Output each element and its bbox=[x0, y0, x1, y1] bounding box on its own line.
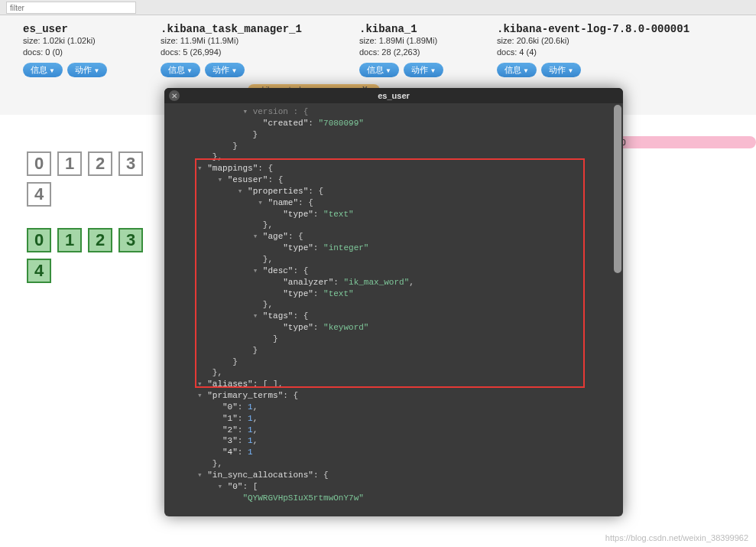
json-line: } bbox=[172, 129, 615, 141]
index-name[interactable]: es_user bbox=[23, 23, 138, 35]
scrollbar[interactable] bbox=[614, 105, 621, 273]
action-button[interactable]: 动作▼ bbox=[205, 63, 245, 77]
close-icon[interactable]: ✕ bbox=[169, 90, 180, 101]
modal-header: ✕ es_user bbox=[164, 88, 623, 103]
index-docs: docs: 5 (26,994) bbox=[161, 47, 336, 58]
json-line: }, bbox=[172, 254, 615, 265]
index-card: .kibana_1 size: 1.89Mi (1.89Mi) docs: 28… bbox=[359, 23, 474, 77]
shard[interactable]: 2 bbox=[88, 228, 112, 252]
shard[interactable]: 2 bbox=[88, 151, 112, 176]
action-button[interactable]: 动作▼ bbox=[404, 63, 443, 77]
shard[interactable]: 3 bbox=[118, 151, 143, 176]
index-name[interactable]: .kibana_1 bbox=[359, 23, 474, 35]
shard[interactable]: 0 bbox=[27, 151, 51, 176]
filter-input[interactable] bbox=[6, 2, 136, 14]
top-bar bbox=[0, 0, 756, 15]
shard[interactable]: 1 bbox=[57, 228, 82, 252]
index-docs: docs: 4 (4) bbox=[497, 47, 689, 58]
json-line: ▾ version : { bbox=[172, 107, 308, 116]
action-button[interactable]: 动作▼ bbox=[541, 63, 581, 77]
index-docs: docs: 28 (2,263) bbox=[359, 47, 474, 58]
shard[interactable]: 1 bbox=[57, 151, 82, 176]
index-card: es_user size: 1.02ki (1.02ki) docs: 0 (0… bbox=[23, 23, 138, 77]
index-size: size: 1.02ki (1.02ki) bbox=[23, 35, 138, 47]
json-line: }, bbox=[172, 220, 615, 231]
index-size: size: 1.89Mi (1.89Mi) bbox=[359, 35, 474, 47]
json-line: }, bbox=[172, 299, 615, 311]
index-name[interactable]: .kibana-event-log-7.8.0-000001 bbox=[497, 23, 689, 35]
shard[interactable]: 4 bbox=[27, 182, 51, 207]
shard-grid-unassigned: 0 1 2 3 4 bbox=[27, 151, 157, 207]
watermark: https://blog.csdn.net/weixin_38399962 bbox=[605, 533, 748, 542]
index-card: .kibana_task_manager_1 size: 11.9Mi (11.… bbox=[161, 23, 336, 77]
action-button[interactable]: 动作▼ bbox=[67, 63, 107, 77]
index-name[interactable]: .kibana_task_manager_1 bbox=[161, 23, 336, 35]
index-size: size: 11.9Mi (11.9Mi) bbox=[161, 35, 336, 47]
info-button[interactable]: 信息▼ bbox=[497, 63, 537, 77]
info-button[interactable]: 信息▼ bbox=[161, 63, 200, 77]
json-line: }, bbox=[172, 458, 615, 470]
json-line: } bbox=[172, 141, 615, 152]
modal-title: es_user bbox=[164, 91, 623, 100]
json-line: } bbox=[172, 334, 615, 345]
shard[interactable]: 3 bbox=[118, 228, 143, 252]
json-line: } bbox=[172, 357, 615, 368]
json-line: } bbox=[172, 345, 615, 357]
shard-grid-primary: 0 1 2 3 4 bbox=[27, 228, 157, 283]
index-docs: docs: 0 (0) bbox=[23, 47, 138, 58]
json-line: }, bbox=[172, 367, 615, 379]
info-button[interactable]: 信息▼ bbox=[23, 63, 63, 77]
indices-row: es_user size: 1.02ki (1.02ki) docs: 0 (0… bbox=[0, 15, 756, 77]
info-button[interactable]: 信息▼ bbox=[359, 63, 399, 77]
index-size: size: 20.6ki (20.6ki) bbox=[497, 35, 689, 47]
shard[interactable]: 0 bbox=[27, 228, 51, 252]
index-card: .kibana-event-log-7.8.0-000001 size: 20.… bbox=[497, 23, 689, 77]
json-modal: ✕ es_user ▾ version : { "created": "7080… bbox=[164, 88, 623, 516]
shard[interactable]: 4 bbox=[27, 259, 51, 283]
modal-body[interactable]: ▾ version : { "created": "7080099" } } }… bbox=[164, 103, 623, 516]
json-line: }, bbox=[172, 151, 615, 163]
